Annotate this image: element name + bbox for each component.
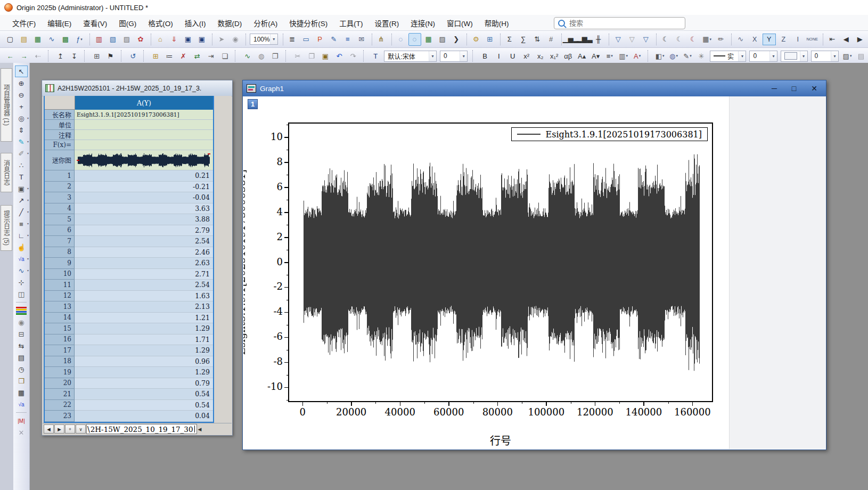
row-number[interactable]: 1 [45,170,75,182]
workbook-title-bar[interactable]: A2H15W2025101 - 2H-15W_2025_10_19_17_3. [42,80,232,96]
header-value-cell[interactable] [75,130,213,140]
menu-item-analysis[interactable]: 分析(A) [248,15,283,30]
cell-value[interactable]: -0.21 [75,182,213,193]
add-row-below[interactable]: ↧ [68,50,80,62]
decrease-font[interactable]: A▾ [589,50,602,62]
glow-effect[interactable]: ✳ [695,50,708,62]
change-mask-color[interactable]: ☾ [687,33,700,46]
row-header-label[interactable]: 单位 [45,120,75,130]
delete-column[interactable]: ✗ [177,50,190,62]
minimize-button[interactable]: ─ [772,84,777,93]
paste[interactable]: ▣ [319,50,332,62]
row-number[interactable]: 20 [45,378,75,389]
menu-item-edit[interactable]: 编辑(E) [42,15,77,30]
mask-range[interactable]: ☾ [659,33,672,46]
new-notes[interactable]: ▧ [107,33,119,46]
text-tool[interactable]: T [15,171,28,183]
undo[interactable]: ↶ [333,50,346,62]
cell-value[interactable]: 0.54 [75,400,213,411]
equation-tool[interactable]: √a▾ [15,253,28,265]
legend[interactable]: Esight3.1.9.1[20251019173006381] [511,127,708,141]
reload-source[interactable]: ↺ [127,50,140,62]
format-menu[interactable]: T [369,50,382,62]
run-script[interactable]: ➤ [215,33,228,46]
graph-page[interactable]: 1 Esight3.1.9.1[20251019173006381] Esigh… [243,96,825,449]
send-email-graph[interactable]: ✉ [355,33,368,46]
new-matrix[interactable]: ▩ [59,33,72,46]
menu-item-file[interactable]: 文件(F) [6,15,42,30]
row-header-label[interactable]: F(x)= [45,140,75,150]
object-align[interactable]: ⊟ [15,328,28,340]
row-number[interactable]: 13 [45,301,75,313]
increase-font[interactable]: A▴ [576,50,588,62]
cell-value[interactable]: 2.63 [75,258,213,269]
line-border-color[interactable]: ✎▾ [681,50,694,62]
x-axis-title[interactable]: 行号 [289,432,712,448]
copy[interactable]: ❐ [305,50,318,62]
tab-prev-button[interactable]: ◀ [44,424,54,434]
annotation-tool[interactable]: ▣▾ [15,183,28,194]
graph-gallery[interactable]: ∿▾ [15,265,28,276]
tab-scroll-left[interactable]: ◀ [198,427,202,432]
row-number[interactable]: 6 [45,225,75,236]
transparency-combo[interactable]: 0▾ [811,51,839,62]
cell-value[interactable]: 1.21 [75,313,213,324]
cell-value[interactable]: 0.04 [75,411,213,422]
worksheet-grid[interactable]: ▦ [15,387,28,398]
script-window[interactable]: ▨ [436,33,449,46]
layer-1-badge[interactable]: 1 [248,99,258,109]
redo[interactable]: ↷ [347,50,359,62]
zoom-in-tool[interactable]: ⊕ [15,77,28,89]
row-number[interactable]: 4 [45,203,75,215]
menu-item-graph[interactable]: 图(G) [113,15,142,30]
menu-item-data[interactable]: 数据(D) [212,15,248,30]
sparkline-cell[interactable] [75,150,213,170]
digitizer[interactable]: ⋔ [375,33,388,46]
cell-value[interactable]: 2.54 [75,236,213,247]
menu-item-view[interactable]: 查看(V) [77,15,113,30]
row-header-label[interactable]: 注释 [45,130,75,140]
z-column-button[interactable]: Z [777,34,790,45]
color-palette[interactable] [15,305,28,316]
line-style-combo[interactable]: 实▾ [710,51,746,62]
cell-value[interactable]: -0.04 [75,192,213,203]
date-time-stamp[interactable]: ◷ [15,363,28,375]
font-size-combo[interactable]: 0▾ [440,51,468,62]
alignment[interactable]: ≡▾ [603,50,616,62]
arrow-tool[interactable]: ↗▾ [15,194,28,206]
search-box[interactable] [554,17,685,29]
search-input[interactable] [568,19,685,28]
cell-value[interactable]: 1.63 [75,291,213,302]
menu-item-insert[interactable]: 插入(I) [179,15,212,30]
polyline-tool[interactable]: ∟▾ [15,230,28,241]
row-number[interactable]: 21 [45,389,75,400]
cell-value[interactable]: 1.29 [75,323,213,334]
cell-value[interactable]: 1.71 [75,334,213,346]
color-chooser[interactable]: ◉ [15,316,28,328]
sheet-corner-cell[interactable] [45,96,75,110]
cell-value[interactable]: 0.21 [75,170,213,182]
side-tab-messages-log[interactable]: 消息日志 [1,153,12,192]
cell-value[interactable]: 2.13 [75,301,213,313]
row-number[interactable]: 11 [45,280,75,291]
row-number[interactable]: 9 [45,258,75,269]
bold[interactable]: B [479,50,492,62]
pattern-gallery[interactable]: ▦▾ [701,33,714,46]
data-reader-tool[interactable]: ◎▾ [15,112,28,124]
mask-brush-tool[interactable]: ✎▾ [15,136,28,148]
add-new-columns[interactable]: ⊞ [484,33,496,46]
font-color[interactable]: A▾ [631,50,644,62]
greek-symbols[interactable]: αβ [562,50,575,62]
theme-organizer[interactable]: ⚙ [470,33,482,46]
slide-show[interactable]: ▭ [300,33,313,46]
plot-column-stats[interactable]: ▂▆▃ [578,33,591,46]
insert-column[interactable]: ⇥ [204,50,217,62]
print[interactable]: ≣ [286,33,299,46]
zoom-out-tool[interactable]: ⊖ [15,89,28,101]
y-column-button[interactable]: Y [763,34,776,45]
merge-cells[interactable]: ▥▾ [617,50,630,62]
cluster-tool[interactable]: ∴ [15,159,28,171]
menu-item-gadgets[interactable]: 快捷分析(S) [283,15,333,30]
open-file[interactable]: ⌂ [154,33,167,46]
cell-value[interactable]: 2.71 [75,269,213,280]
